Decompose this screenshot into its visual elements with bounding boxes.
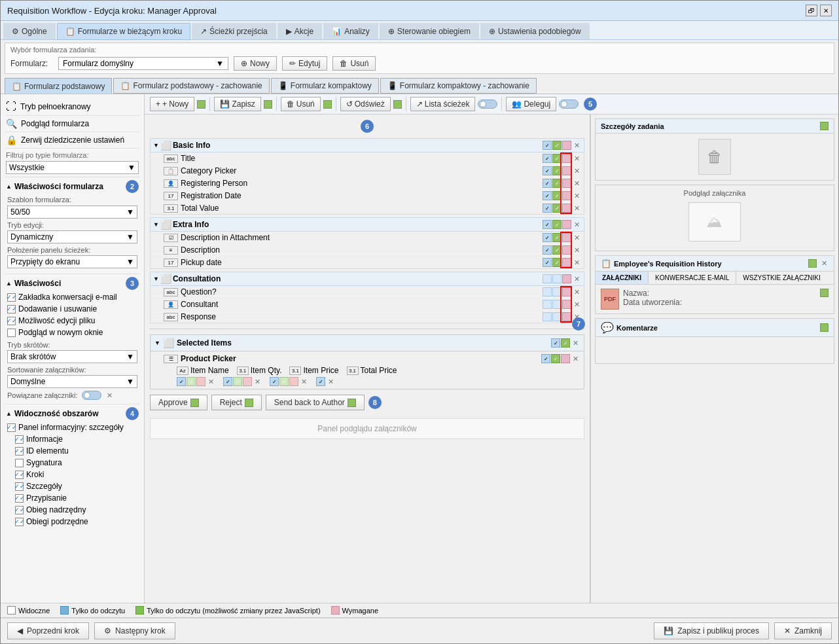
tab-icon-ustawienia: ⊕	[489, 27, 495, 36]
btn-odswiez-toolbar[interactable]: ↺ Odśwież	[340, 97, 391, 111]
cb-szczegoly[interactable]: ✓ Szczegóły	[7, 480, 137, 492]
toolbar: + + Nowy 💾 Zapisz 🗑 Usuń ↺	[145, 94, 838, 115]
preview-btn[interactable]: 🔍 Podgląd formularza	[5, 116, 140, 132]
tab-analizy[interactable]: 📊 Analizy	[323, 23, 378, 39]
shortcuts-select[interactable]: Brak skrótów ▼	[7, 350, 137, 363]
section-wlasciwosci[interactable]: ▲ Właściwości 3	[6, 277, 139, 290]
check-zapisz	[264, 100, 272, 109]
comments-icon: 💬	[601, 321, 614, 334]
checks-item-price: ✓ ✓ ✕	[270, 377, 308, 386]
related-attachments-toggle[interactable]	[82, 391, 101, 400]
tab-sterowanie[interactable]: ⊕ Sterowanie obiegiem	[380, 23, 479, 39]
fullscreen-icon: ⛶	[6, 101, 16, 113]
btn-edytuj-form[interactable]: ✏ Edytuj	[282, 56, 327, 71]
toggle-basic-info[interactable]: ▼	[153, 142, 159, 149]
btn-send-back[interactable]: Send back to Author	[266, 395, 365, 410]
check-bi-1[interactable]: ✓	[543, 141, 552, 150]
section-header-basic-info: ▼ ⬜ Basic Info ✓ ✓ ✕	[150, 138, 584, 152]
cb-id-elementu[interactable]: ✓ ID elementu	[7, 445, 137, 457]
checkbox-preview-new[interactable]	[7, 329, 16, 337]
tab-formularz-kompaktowy-zachowanie[interactable]: 📱 Formularz kompaktowy - zachowanie	[380, 78, 537, 94]
comments-content	[596, 337, 834, 363]
cb-przypisanie[interactable]: ✓ Przypisanie	[7, 492, 137, 504]
checkbox-edit-file[interactable]: ✓	[7, 317, 16, 325]
related-attachments-clear[interactable]: ✕	[105, 391, 115, 400]
btn-usun-toolbar[interactable]: 🗑 Usuń	[281, 97, 321, 111]
x-basic-info[interactable]: ✕	[572, 141, 581, 150]
field-icon-consultant: 👤	[164, 300, 178, 309]
check-bi-3[interactable]	[562, 141, 571, 150]
form-select[interactable]: Formularz domyślny ▼	[58, 57, 228, 70]
legend-widoczne: Widoczne	[7, 606, 50, 615]
break-inheritance-btn[interactable]: 🔒 Zerwij dziedziczenie ustawień	[5, 132, 140, 149]
checkbox-add-remove[interactable]: ✓	[7, 305, 16, 313]
cb-panel-info[interactable]: ✓ Panel informacyjny: szczegóły	[7, 421, 137, 433]
cb-obiegi-podrzedne[interactable]: ✓ Obiegi podrzędne	[7, 516, 137, 528]
cb-conversation-tab[interactable]: ✓ Zakładka konwersacji e-mail	[7, 291, 137, 303]
cb-informacje[interactable]: ✓ Informacje	[7, 433, 137, 445]
filter-select[interactable]: Wszystkie ▼	[6, 161, 139, 174]
btn-lista-sciezek-toolbar[interactable]: ↗ Lista ścieżek	[410, 97, 476, 111]
close-window-btn[interactable]: ✕	[820, 5, 832, 16]
tab-zalaczniki[interactable]: ZAŁĄCZNIKI	[596, 272, 649, 284]
x-history[interactable]: ✕	[819, 259, 829, 268]
tab-wszystkie[interactable]: WSZYSTKIE ZAŁĄCZNIKI	[736, 272, 827, 284]
btn-next-step[interactable]: ⚙ Następny krok	[94, 622, 175, 639]
tab-formularz-kompaktowy[interactable]: 📱 Formularz kompaktowy	[271, 78, 379, 94]
tab-formularze[interactable]: 📋 Formularze w bieżącym kroku	[57, 23, 190, 40]
field-response: abc Response ✕	[151, 311, 584, 323]
section-wlasciwosci-formularza[interactable]: ▲ Właściwości formularza 2	[6, 180, 139, 193]
btn-usun-form[interactable]: 🗑 Usuń	[332, 56, 376, 71]
selected-items-header: ▼ ⬜ Selected Items ✓ ✓ ✕	[151, 335, 584, 351]
trash-icon[interactable]: 🗑	[698, 139, 731, 175]
cb-sygnatura[interactable]: Sygnatura	[7, 457, 137, 469]
tab-konwersacje[interactable]: KONWERSACJE E-MAIL	[649, 272, 736, 284]
check-bi-2[interactable]: ✓	[552, 141, 562, 150]
tab-ogolne[interactable]: ⚙ Ogólne	[3, 23, 56, 39]
btn-nowy-form[interactable]: ⊕ Nowy	[234, 56, 277, 71]
badge-5: 5	[584, 98, 597, 111]
tab-akcje[interactable]: ▶ Akcje	[277, 23, 322, 39]
toggle-extra-info[interactable]: ▼	[153, 221, 159, 228]
section-widocznosc[interactable]: ▲ Widoczność obszarów 4	[6, 407, 139, 420]
btn-prev-step[interactable]: ◀ Poprzedni krok	[7, 622, 89, 639]
legend-readonly: Tylko do odczytu	[60, 606, 125, 615]
legend-box-pink	[331, 606, 340, 615]
cb-add-remove[interactable]: ✓ Dodawanie i usuwanie	[7, 303, 137, 315]
fullscreen-btn[interactable]: ⛶ Tryb pełnoekranowy	[5, 98, 140, 116]
btn-deleguj-toolbar[interactable]: 👥 Deleguj	[506, 97, 556, 111]
path-panel-select[interactable]: Przypięty do ekranu ▼	[7, 255, 137, 268]
field-icon-description: ≡	[164, 246, 178, 255]
toggle-consultation[interactable]: ▼	[153, 276, 159, 282]
cb-kroki[interactable]: ✓ Kroki	[7, 469, 137, 480]
checkbox-conversation[interactable]: ✓	[7, 293, 16, 302]
sort-select[interactable]: Domyślne ▼	[7, 375, 137, 388]
field-icon-regdate: 17	[164, 192, 178, 200]
cb-edit-file[interactable]: ✓ Możliwość edycji pliku	[7, 315, 137, 327]
check-history	[808, 259, 817, 268]
tab-ustawienia[interactable]: ⊕ Ustawienia podobiegów	[480, 23, 590, 39]
btn-reject[interactable]: Reject	[211, 395, 262, 410]
tab-formularz-podstawowy[interactable]: 📋 Formularz podstawowy	[5, 78, 112, 94]
deleguj-toggle[interactable]	[559, 99, 579, 109]
restore-btn[interactable]: 🗗	[806, 5, 817, 16]
btn-nowy-toolbar[interactable]: + + Nowy	[150, 97, 194, 111]
btn-approve[interactable]: Approve	[150, 395, 207, 410]
attachment-preview-section: Podgląd załącznika ⛰	[595, 185, 834, 251]
template-select[interactable]: 50/50 ▼	[7, 206, 137, 219]
cb-obieg-nadrzedny[interactable]: ✓ Obieg nadrzędny	[7, 504, 137, 516]
field-icon-pickup-date: 17	[164, 259, 178, 267]
tab-sciezki[interactable]: ↗ Ścieżki przejścia	[192, 23, 276, 39]
toggle-selected-items[interactable]: ▼	[154, 340, 160, 346]
badge-4: 4	[126, 407, 139, 420]
form-selector-label: Wybór formularza zadania:	[10, 46, 829, 54]
edit-mode-select[interactable]: Dynamiczny ▼	[7, 230, 137, 243]
badge-7: 7	[572, 317, 585, 331]
check-approve	[190, 399, 199, 407]
btn-zapisz-toolbar[interactable]: 💾 Zapisz	[214, 97, 260, 111]
btn-save-publish[interactable]: 💾 Zapisz i publikuj proces	[654, 622, 769, 639]
tab-formularz-podstawowy-zachowanie[interactable]: 📋 Formularz podstawowy - zachowanie	[113, 78, 269, 94]
lista-toggle[interactable]	[478, 99, 497, 109]
cb-preview-new-window[interactable]: Podgląd w nowym oknie	[7, 327, 137, 338]
btn-close[interactable]: ✕ Zamknij	[774, 622, 832, 639]
